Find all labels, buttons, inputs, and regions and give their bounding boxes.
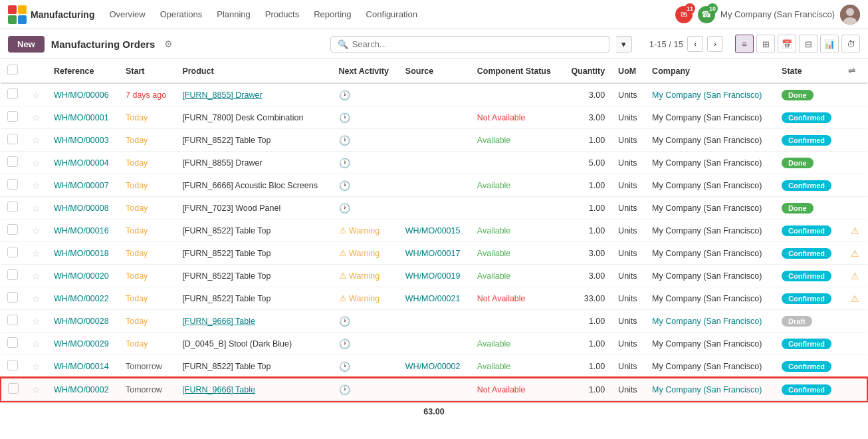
product-cell[interactable]: [FURN_9666] Table bbox=[175, 310, 332, 333]
reference-cell[interactable]: WH/MO/00004 bbox=[47, 152, 119, 174]
activity-cell[interactable]: 🕐 bbox=[332, 174, 399, 197]
settings-icon[interactable]: ⚙ bbox=[164, 39, 173, 49]
company-name[interactable]: My Company (San Francisco) bbox=[720, 9, 835, 19]
row-checkbox[interactable] bbox=[7, 292, 18, 303]
reference-cell[interactable]: WH/MO/00020 bbox=[47, 265, 119, 287]
row-checkbox[interactable] bbox=[7, 247, 18, 257]
table-row[interactable]: ☆ WH/MO/00006 7 days ago [FURN_8855] Dra… bbox=[1, 83, 867, 106]
row-checkbox-cell[interactable] bbox=[1, 265, 25, 287]
row-star-cell[interactable]: ☆ bbox=[25, 287, 47, 310]
reference-link[interactable]: WH/MO/00028 bbox=[54, 317, 109, 326]
product-cell[interactable]: [FURN_8522] Table Top bbox=[175, 355, 332, 378]
reference-link[interactable]: WH/MO/00001 bbox=[54, 113, 109, 122]
reference-cell[interactable]: WH/MO/00006 bbox=[47, 83, 119, 106]
nav-reporting[interactable]: Reporting bbox=[307, 5, 358, 23]
row-checkbox[interactable] bbox=[7, 179, 18, 190]
activity-cell[interactable]: ⚠ Warning bbox=[332, 287, 399, 310]
table-row[interactable]: ☆ WH/MO/00020 Today [FURN_8522] Table To… bbox=[1, 265, 867, 287]
favorite-star[interactable]: ☆ bbox=[32, 384, 41, 395]
reference-link[interactable]: WH/MO/00003 bbox=[54, 136, 109, 145]
table-row[interactable]: ☆ WH/MO/00008 Today [FURN_7023] Wood Pan… bbox=[1, 197, 867, 220]
reference-cell[interactable]: WH/MO/00028 bbox=[47, 310, 119, 333]
favorite-star[interactable]: ☆ bbox=[32, 361, 41, 372]
row-star-cell[interactable]: ☆ bbox=[25, 152, 47, 174]
row-checkbox-cell[interactable] bbox=[1, 83, 25, 106]
product-cell[interactable]: [FURN_8522] Table Top bbox=[175, 287, 332, 310]
table-row[interactable]: ☆ WH/MO/00016 Today [FURN_8522] Table To… bbox=[1, 220, 867, 242]
row-checkbox-cell[interactable] bbox=[1, 106, 25, 129]
search-input[interactable] bbox=[352, 39, 602, 49]
product-link[interactable]: [FURN_9666] Table bbox=[182, 317, 255, 326]
row-star-cell[interactable]: ☆ bbox=[25, 355, 47, 378]
row-checkbox[interactable] bbox=[7, 134, 18, 144]
row-star-cell[interactable]: ☆ bbox=[25, 106, 47, 129]
reference-cell[interactable]: WH/MO/00018 bbox=[47, 242, 119, 265]
reference-cell[interactable]: WH/MO/00016 bbox=[47, 220, 119, 242]
activity-view-button[interactable]: ⏱ bbox=[841, 35, 860, 53]
row-checkbox-cell[interactable] bbox=[1, 152, 25, 174]
row-star-cell[interactable]: ☆ bbox=[25, 378, 47, 401]
table-row[interactable]: ☆ WH/MO/00003 Today [FURN_8522] Table To… bbox=[1, 129, 867, 152]
row-checkbox-cell[interactable] bbox=[1, 242, 25, 265]
reference-link[interactable]: WH/MO/00018 bbox=[54, 249, 109, 258]
nav-overview[interactable]: Overview bbox=[102, 5, 152, 23]
product-cell[interactable]: [FURN_8522] Table Top bbox=[175, 242, 332, 265]
row-star-cell[interactable]: ☆ bbox=[25, 174, 47, 197]
product-link[interactable]: [FURN_9666] Table bbox=[182, 385, 255, 394]
favorite-star[interactable]: ☆ bbox=[32, 271, 41, 281]
favorite-star[interactable]: ☆ bbox=[32, 135, 41, 146]
header-product[interactable]: Product bbox=[175, 59, 332, 83]
favorite-star[interactable]: ☆ bbox=[32, 180, 41, 191]
row-checkbox-cell[interactable] bbox=[1, 129, 25, 152]
header-reference[interactable]: Reference bbox=[47, 59, 119, 83]
table-row[interactable]: ☆ WH/MO/00028 Today [FURN_9666] Table 🕐 … bbox=[1, 310, 867, 333]
app-logo[interactable]: Manufacturing bbox=[8, 5, 94, 24]
reference-link[interactable]: WH/MO/00007 bbox=[54, 181, 109, 190]
header-state[interactable]: State bbox=[775, 59, 841, 83]
header-uom[interactable]: UoM bbox=[611, 59, 645, 83]
row-checkbox-cell[interactable] bbox=[1, 355, 25, 378]
reference-link[interactable]: WH/MO/00008 bbox=[54, 204, 109, 213]
reference-cell[interactable]: WH/MO/00007 bbox=[47, 174, 119, 197]
product-link[interactable]: [FURN_8855] Drawer bbox=[182, 90, 262, 100]
product-cell[interactable]: [FURN_8522] Table Top bbox=[175, 265, 332, 287]
product-cell[interactable]: [FURN_8855] Drawer bbox=[175, 83, 332, 106]
activity-cell[interactable]: 🕐 bbox=[332, 83, 399, 106]
product-cell[interactable]: [D_0045_B] Stool (Dark Blue) bbox=[175, 333, 332, 355]
row-star-cell[interactable]: ☆ bbox=[25, 197, 47, 220]
reference-cell[interactable]: WH/MO/00001 bbox=[47, 106, 119, 129]
product-cell[interactable]: [FURN_8522] Table Top bbox=[175, 129, 332, 152]
favorite-star[interactable]: ☆ bbox=[32, 112, 41, 123]
row-star-cell[interactable]: ☆ bbox=[25, 310, 47, 333]
favorite-star[interactable]: ☆ bbox=[32, 248, 41, 259]
chart-view-button[interactable]: 📊 bbox=[820, 35, 839, 53]
row-checkbox-cell[interactable] bbox=[1, 197, 25, 220]
reference-cell[interactable]: WH/MO/00008 bbox=[47, 197, 119, 220]
row-checkbox-cell[interactable] bbox=[1, 310, 25, 333]
row-star-cell[interactable]: ☆ bbox=[25, 265, 47, 287]
row-star-cell[interactable]: ☆ bbox=[25, 83, 47, 106]
header-quantity[interactable]: Quantity bbox=[562, 59, 611, 83]
row-checkbox[interactable] bbox=[7, 337, 18, 348]
table-row[interactable]: ☆ WH/MO/00029 Today [D_0045_B] Stool (Da… bbox=[1, 333, 867, 355]
row-checkbox-cell[interactable] bbox=[1, 174, 25, 197]
header-source[interactable]: Source bbox=[399, 59, 471, 83]
favorite-star[interactable]: ☆ bbox=[32, 339, 41, 349]
activity-cell[interactable]: ⚠ Warning bbox=[332, 265, 399, 287]
product-cell[interactable]: [FURN_8522] Table Top bbox=[175, 220, 332, 242]
reference-link[interactable]: WH/MO/00002 bbox=[54, 385, 109, 394]
row-checkbox[interactable] bbox=[7, 156, 18, 167]
list-view-button[interactable]: ≡ bbox=[735, 35, 754, 53]
calendar-view-button[interactable]: 📅 bbox=[778, 35, 796, 53]
product-cell[interactable]: [FURN_7800] Desk Combination bbox=[175, 106, 332, 129]
activity-cell[interactable]: 🕐 bbox=[332, 355, 399, 378]
row-checkbox-cell[interactable] bbox=[1, 220, 25, 242]
reference-link[interactable]: WH/MO/00022 bbox=[54, 294, 109, 303]
search-dropdown[interactable]: ▾ bbox=[616, 36, 632, 53]
reference-link[interactable]: WH/MO/00029 bbox=[54, 339, 109, 349]
favorite-star[interactable]: ☆ bbox=[32, 316, 41, 327]
favorite-star[interactable]: ☆ bbox=[32, 293, 41, 304]
activity-cell[interactable]: 🕐 bbox=[332, 378, 399, 401]
phone-notification[interactable]: ☎ 10 bbox=[698, 6, 715, 23]
row-star-cell[interactable]: ☆ bbox=[25, 333, 47, 355]
